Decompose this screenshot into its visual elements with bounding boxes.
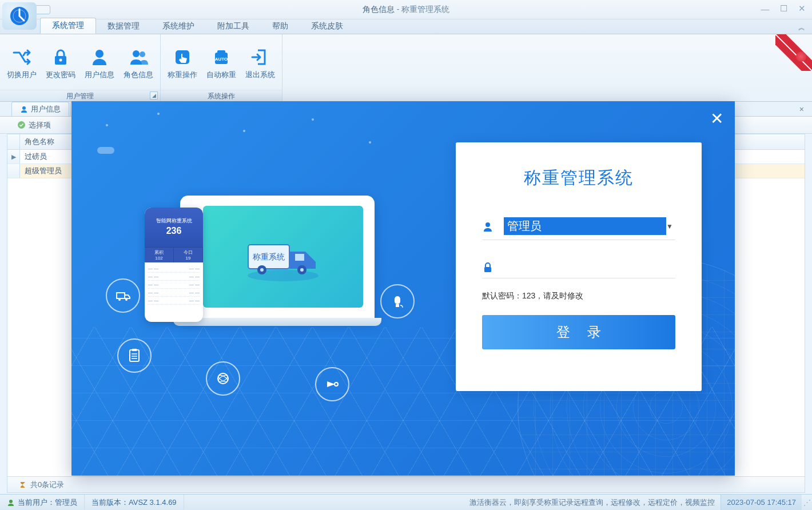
dropdown-chevron-icon[interactable]: ▼: [666, 222, 675, 230]
user-field-icon: [482, 221, 493, 232]
svg-point-34: [335, 382, 338, 386]
ribbon-group-label: 用户管理: [66, 92, 94, 100]
ring-sensor-icon: [380, 284, 415, 318]
weigh-op-button[interactable]: 称重操作: [163, 37, 202, 90]
svg-rect-23: [117, 293, 125, 298]
ring-truck-icon: [106, 278, 140, 313]
statusbar: 当前用户：管理员 当前版本：AVSZ 3.1.4.69 激活衡器云，即刻享受称重…: [0, 494, 812, 510]
truck-icon: 称重系统: [240, 231, 326, 282]
svg-rect-35: [395, 296, 400, 304]
ribbon-body: 切换用户 更改密码 用户信息 角色信息 用户管理◢ 称重操作 AUT: [0, 34, 812, 102]
user-icon: [89, 47, 110, 67]
svg-rect-38: [484, 267, 491, 272]
close-tab-icon[interactable]: ×: [799, 105, 804, 114]
change-password-button[interactable]: 更改密码: [41, 37, 80, 90]
svg-point-25: [125, 298, 128, 301]
svg-point-22: [300, 268, 304, 272]
svg-point-15: [9, 500, 13, 503]
window-title: 角色信息 - 称重管理系统: [363, 5, 449, 15]
laptop-illustration: 称重系统: [180, 196, 375, 321]
ribbon-tab-system-manage[interactable]: 系统管理: [40, 18, 96, 34]
truck-text: 称重系统: [253, 252, 285, 261]
password-field[interactable]: [482, 257, 675, 278]
ribbon-group-system-op: 称重操作 AUTO 自动称重 退出系统 系统操作: [161, 34, 282, 101]
users-icon: [128, 47, 149, 67]
svg-point-37: [485, 222, 490, 227]
hand-click-icon: [172, 47, 193, 67]
ribbon-collapse-icon[interactable]: ︽: [798, 23, 805, 33]
minimize-button[interactable]: —: [758, 3, 772, 14]
switch-user-button[interactable]: 切换用户: [2, 37, 41, 90]
row-selector-header[interactable]: [7, 134, 20, 149]
svg-point-20: [260, 268, 264, 272]
user-small-icon: [20, 105, 28, 113]
svg-rect-9: [217, 50, 225, 54]
titlebar: 角色信息 - 称重管理系统 — ☐ ✕: [0, 0, 812, 19]
ring-globe-icon: [206, 361, 240, 396]
ribbon-group-user-manage: 切换用户 更改密码 用户信息 角色信息 用户管理◢: [0, 34, 161, 101]
status-promo: 激活衡器云，即刻享受称重记录远程查询，远程修改，远程定价，视频监控: [469, 497, 721, 508]
login-panel: 称重管理系统 管理员 ▼ 默认密码：123，请及时修改 登 录: [456, 142, 702, 391]
ring-clipboard-icon: [117, 338, 152, 373]
user-status-icon: [7, 499, 15, 507]
login-dialog: ✕ 称重系统 智能网称重系统236 累积102今日19 — —— —: [71, 101, 735, 476]
ribbon-bow-decoration: [775, 34, 812, 71]
auto-icon: AUTO: [211, 47, 232, 67]
quick-access-dropdown[interactable]: [34, 5, 50, 14]
record-navigator: 共0条记录: [7, 477, 805, 493]
user-info-button[interactable]: 用户信息: [80, 37, 119, 90]
maximize-button[interactable]: ☐: [777, 3, 790, 14]
svg-rect-27: [132, 349, 137, 351]
login-title: 称重管理系统: [482, 166, 675, 190]
svg-point-11: [22, 106, 26, 110]
row-indicator-icon: ▶: [7, 150, 20, 164]
shuffle-icon: [11, 47, 32, 67]
username-value[interactable]: 管理员: [504, 217, 666, 235]
svg-point-4: [95, 50, 104, 58]
svg-point-5: [133, 50, 140, 57]
ribbon-tab-addon-tools[interactable]: 附加工具: [206, 19, 261, 34]
svg-point-3: [59, 58, 62, 61]
status-version: 当前版本：AVSZ 3.1.4.69: [85, 495, 184, 510]
app-logo: [2, 2, 37, 30]
svg-rect-36: [396, 304, 399, 307]
doc-tab-user-info[interactable]: 用户信息: [11, 102, 69, 116]
auto-weigh-button[interactable]: AUTO 自动称重: [202, 37, 241, 90]
select-item-button[interactable]: 选择项: [29, 120, 51, 130]
phone-illustration: 智能网称重系统236 累积102今日19 — —— — — —— — — —— …: [145, 208, 203, 322]
lock-field-icon: [482, 262, 493, 273]
close-button[interactable]: ✕: [795, 3, 809, 14]
ribbon-tab-system-maintain[interactable]: 系统维护: [151, 19, 206, 34]
ring-camera-icon: [315, 367, 349, 401]
exit-icon: [250, 47, 270, 67]
status-datetime: 2023-07-05 17:45:17: [721, 495, 802, 510]
svg-rect-18: [295, 254, 304, 261]
ribbon-tab-skin[interactable]: 系统皮肤: [300, 19, 355, 34]
password-hint: 默认密码：123，请及时修改: [482, 291, 675, 301]
ribbon-tabstrip: 系统管理 数据管理 系统维护 附加工具 帮助 系统皮肤 ︽: [0, 19, 812, 34]
row-indicator-icon: [7, 164, 20, 178]
exit-system-button[interactable]: 退出系统: [241, 37, 280, 90]
role-info-button[interactable]: 角色信息: [119, 37, 158, 90]
lock-icon: [50, 47, 71, 67]
resize-grip-icon[interactable]: ⋰: [802, 498, 812, 507]
ribbon-group-label: 系统操作: [161, 90, 282, 101]
dialog-launcher-icon[interactable]: ◢: [150, 91, 158, 99]
username-field[interactable]: 管理员 ▼: [482, 213, 675, 240]
password-value[interactable]: [504, 266, 675, 269]
check-circle-icon: [17, 121, 26, 129]
col-header-role-name[interactable]: 角色名称: [20, 134, 77, 149]
svg-point-24: [118, 298, 121, 301]
sigma-icon: [19, 481, 27, 489]
svg-rect-26: [130, 350, 139, 361]
ribbon-tab-data-manage[interactable]: 数据管理: [96, 19, 151, 34]
status-current-user: 当前用户：管理员: [0, 495, 85, 510]
login-button[interactable]: 登 录: [482, 315, 675, 349]
record-count: 共0条记录: [30, 480, 64, 490]
svg-text:AUTO: AUTO: [215, 57, 228, 62]
ribbon-tab-help[interactable]: 帮助: [261, 19, 300, 34]
svg-point-6: [140, 51, 145, 57]
